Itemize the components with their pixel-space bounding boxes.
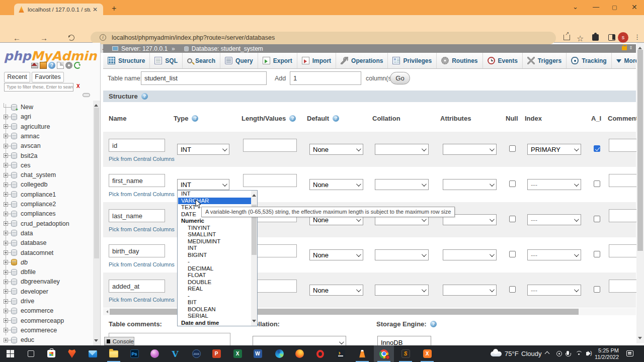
default-select[interactable]: None bbox=[309, 144, 363, 155]
browser-tab[interactable]: localhost / 127.0.0.1 / student_sy ✕ bbox=[14, 4, 103, 15]
help-icon[interactable]: ? bbox=[48, 62, 55, 69]
type-option-tinyint[interactable]: TINYINT bbox=[178, 225, 252, 232]
browser-menu-icon[interactable]: ⋮ bbox=[634, 33, 640, 41]
attributes-select[interactable] bbox=[443, 144, 497, 155]
tree-item-ces[interactable]: ces bbox=[0, 160, 93, 170]
expand-icon[interactable]: ⇕ bbox=[629, 45, 633, 50]
weather-temp[interactable]: 75°F bbox=[505, 350, 519, 357]
expand-plus-icon[interactable] bbox=[4, 328, 8, 332]
extensions-icon[interactable] bbox=[592, 34, 599, 41]
type-option-real[interactable]: REAL bbox=[178, 286, 252, 293]
type-option-float[interactable]: FLOAT bbox=[178, 272, 252, 279]
index-select[interactable]: --- bbox=[527, 285, 581, 296]
ai-checkbox[interactable] bbox=[594, 145, 600, 152]
taskbar-vlc-icon[interactable] bbox=[352, 345, 372, 362]
null-checkbox[interactable] bbox=[509, 286, 516, 293]
expand-plus-icon[interactable] bbox=[4, 289, 8, 294]
logout-icon[interactable] bbox=[40, 62, 47, 69]
structure-help-icon[interactable]: ? bbox=[141, 93, 148, 100]
pick-central-columns-link[interactable]: Pick from Central Columns bbox=[109, 297, 175, 303]
expand-plus-icon[interactable] bbox=[4, 202, 8, 207]
ai-checkbox[interactable] bbox=[594, 216, 600, 222]
microphone-icon[interactable] bbox=[567, 351, 569, 355]
tree-item-compliances[interactable]: compliances bbox=[0, 209, 93, 219]
tree-item-ecommerce[interactable]: ecommerce bbox=[0, 306, 93, 316]
window-close-icon[interactable]: ✕ bbox=[631, 3, 637, 11]
expand-plus-icon[interactable] bbox=[4, 163, 8, 167]
expand-plus-icon[interactable] bbox=[4, 260, 8, 264]
forward-icon[interactable]: → bbox=[40, 34, 48, 42]
action-center-icon[interactable] bbox=[626, 350, 633, 356]
tree-item-collegedb[interactable]: collegedb bbox=[0, 179, 93, 190]
taskbar-photoshop-icon[interactable]: Ps bbox=[124, 345, 144, 362]
taskbar-word-icon[interactable]: W bbox=[248, 345, 268, 362]
scroll-up-icon[interactable] bbox=[252, 192, 256, 197]
taskbar-store-icon[interactable] bbox=[41, 345, 61, 362]
sidebar-scroll-thumb[interactable] bbox=[94, 108, 99, 258]
tree-item-amnac[interactable]: amnac bbox=[0, 131, 93, 141]
type-option-decimal[interactable]: DECIMAL bbox=[178, 265, 252, 273]
pick-central-columns-link[interactable]: Pick from Central Columns bbox=[109, 156, 175, 162]
expand-plus-icon[interactable] bbox=[4, 338, 8, 342]
sidebar-scrollbar[interactable] bbox=[93, 101, 100, 345]
tab-operations[interactable]: Operations bbox=[336, 53, 388, 68]
recent-tab[interactable]: Recent bbox=[4, 72, 30, 82]
type-option--[interactable]: - bbox=[178, 293, 252, 300]
vertical-scrollbar[interactable] bbox=[636, 43, 644, 343]
filter-input[interactable]: Type to filter these, Enter to search al bbox=[4, 83, 73, 92]
go-button[interactable]: Go bbox=[390, 72, 410, 84]
reload-icon[interactable] bbox=[68, 35, 74, 41]
tray-expand-icon[interactable] bbox=[545, 351, 550, 356]
tree-item-avscan[interactable]: avscan bbox=[0, 141, 93, 151]
pick-central-columns-link[interactable]: Pick from Central Columns bbox=[109, 226, 175, 232]
bookmark-star-icon[interactable]: ☆ bbox=[577, 34, 584, 43]
expand-plus-icon[interactable] bbox=[4, 241, 8, 245]
null-checkbox[interactable] bbox=[509, 216, 516, 222]
length-input[interactable] bbox=[243, 139, 297, 152]
home-icon[interactable] bbox=[31, 63, 38, 68]
expand-plus-icon[interactable] bbox=[4, 124, 8, 129]
tab-search[interactable]: Search bbox=[183, 53, 220, 68]
tree-item-ecommerceapp[interactable]: ecommerceapp bbox=[0, 316, 93, 326]
null-checkbox[interactable] bbox=[509, 145, 516, 152]
window-chevron-icon[interactable]: ⌄ bbox=[573, 3, 578, 11]
type-option-double[interactable]: DOUBLE bbox=[178, 279, 252, 286]
tree-item-chat_system[interactable]: chat_system bbox=[0, 170, 93, 180]
weather-icon[interactable] bbox=[491, 351, 502, 356]
wifi-icon[interactable] bbox=[576, 351, 582, 357]
table-name-input[interactable]: student_list bbox=[141, 71, 267, 85]
taskbar-excel-icon[interactable]: X bbox=[227, 345, 248, 362]
site-info-icon[interactable]: i bbox=[100, 34, 106, 41]
tab-events[interactable]: Events bbox=[483, 53, 523, 68]
type-option-serial[interactable]: SERIAL bbox=[178, 313, 252, 320]
tree-item-database[interactable]: database bbox=[0, 238, 93, 248]
weather-desc[interactable]: Cloudy bbox=[521, 350, 541, 357]
expand-plus-icon[interactable] bbox=[4, 115, 8, 119]
tab-import[interactable]: Import bbox=[297, 53, 336, 68]
tree-link-icon[interactable] bbox=[83, 93, 90, 97]
tree-item-data[interactable]: data bbox=[0, 228, 93, 238]
tab-triggers[interactable]: Triggers bbox=[523, 53, 567, 68]
expand-plus-icon[interactable] bbox=[4, 270, 8, 275]
taskbar-beacon-app-icon[interactable] bbox=[331, 345, 351, 362]
expand-plus-icon[interactable] bbox=[4, 144, 8, 148]
taskbar-powerpoint-icon[interactable]: P bbox=[206, 345, 226, 362]
scroll-left-icon[interactable] bbox=[105, 310, 108, 313]
scroll-down-icon[interactable] bbox=[94, 339, 98, 344]
storage-help-icon[interactable]: ? bbox=[430, 321, 437, 327]
taskbar-brave-icon[interactable] bbox=[62, 345, 82, 362]
type-option-int[interactable]: INT bbox=[178, 191, 252, 198]
collation-select[interactable] bbox=[375, 285, 429, 296]
tree-item-bsit2a[interactable]: bsit2a bbox=[0, 151, 93, 161]
tree-item-db[interactable]: db bbox=[0, 257, 93, 267]
taskbar-edge-icon[interactable] bbox=[269, 345, 289, 362]
default-select[interactable]: None bbox=[309, 249, 363, 260]
attributes-select[interactable] bbox=[443, 285, 497, 296]
expand-plus-icon[interactable] bbox=[4, 183, 8, 187]
expand-plus-icon[interactable] bbox=[4, 173, 8, 177]
null-checkbox[interactable] bbox=[509, 251, 516, 257]
window-minimize-icon[interactable]: — bbox=[593, 3, 599, 11]
breadcrumb-database[interactable]: Database: student_system bbox=[192, 45, 263, 52]
volume-icon[interactable] bbox=[586, 352, 588, 355]
index-select[interactable]: --- bbox=[527, 249, 581, 260]
